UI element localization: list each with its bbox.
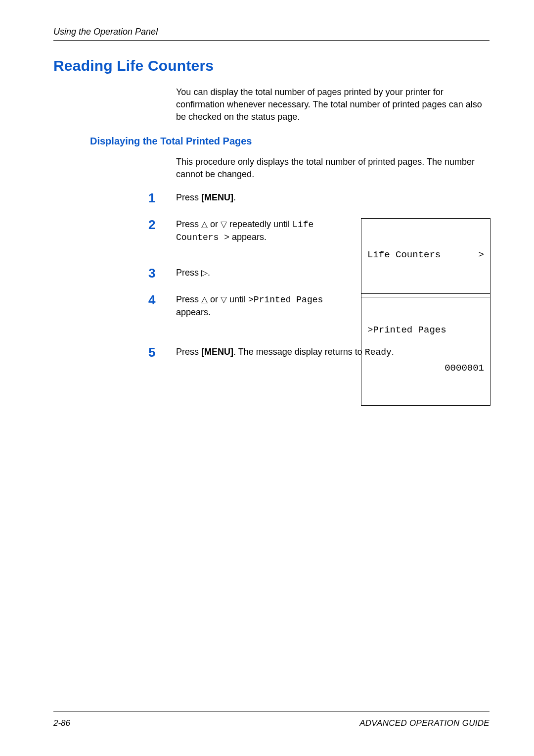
step-text: . xyxy=(208,268,210,278)
step-body: Press [MENU]. The message display return… xyxy=(176,346,490,359)
lcd-text-inline: Ready xyxy=(365,347,392,357)
lcd-line-1-left: Life Counters xyxy=(367,249,441,262)
step-body: Press [MENU]. xyxy=(176,191,490,204)
page-number: 2-86 xyxy=(53,718,70,728)
step-text: appears. xyxy=(176,307,211,317)
running-head: Using the Operation Panel xyxy=(53,27,490,37)
step-number: 2 xyxy=(148,218,176,231)
lcd-line-1-right: > xyxy=(479,249,484,262)
step-number: 5 xyxy=(148,346,176,359)
lcd-text-inline: >Printed Pages xyxy=(248,295,323,305)
step-1: 1 Press [MENU]. xyxy=(148,191,490,204)
down-arrow-icon: ▽ xyxy=(221,219,227,230)
step-text: . xyxy=(392,347,394,357)
step-text: repeatedly until xyxy=(227,219,292,229)
step-body: Press △ or ▽ repeatedly until Life Count… xyxy=(176,218,490,244)
step-text: or xyxy=(208,219,221,229)
section-subheading: Displaying the Total Printed Pages xyxy=(90,136,490,147)
sub-intro-paragraph: This procedure only displays the total n… xyxy=(176,156,490,181)
step-text: . The message display returns to xyxy=(233,347,365,357)
step-text: until xyxy=(227,294,248,304)
step-number: 3 xyxy=(148,267,176,280)
page-footer: 2-86 ADVANCED OPERATION GUIDE xyxy=(53,718,490,728)
lcd-line-2: 0000001 xyxy=(367,362,484,375)
lcd-line-1: >Printed Pages xyxy=(367,324,484,337)
page-container: Using the Operation Panel Reading Life C… xyxy=(0,0,534,756)
step-number: 1 xyxy=(148,191,176,204)
top-rule xyxy=(53,40,490,41)
right-arrow-icon: ▷ xyxy=(201,267,208,279)
step-number: 4 xyxy=(148,293,176,306)
step-text: Press xyxy=(176,219,201,229)
step-5: 5 Press [MENU]. The message display retu… xyxy=(148,346,490,359)
step-text: Press xyxy=(176,268,201,278)
lcd-display: Life Counters > xyxy=(361,218,490,297)
step-4: 4 Press △ or ▽ until >Printed Pages appe… xyxy=(148,293,490,332)
page-title: Reading Life Counters xyxy=(53,57,490,74)
step-text: Press xyxy=(176,347,201,357)
intro-paragraph: You can display the total number of page… xyxy=(176,86,490,123)
step-body: Press ▷. xyxy=(176,267,490,279)
up-arrow-icon: △ xyxy=(201,219,208,230)
menu-key-label: [MENU] xyxy=(201,192,233,202)
guide-label: ADVANCED OPERATION GUIDE xyxy=(359,718,490,728)
step-text: Press xyxy=(176,294,201,304)
step-text: . xyxy=(233,192,236,202)
menu-key-label: [MENU] xyxy=(201,347,233,357)
step-text: Press xyxy=(176,192,201,202)
step-2: 2 Press △ or ▽ repeatedly until Life Cou… xyxy=(148,218,490,253)
step-body: Press △ or ▽ until >Printed Pages appear… xyxy=(176,293,490,319)
bottom-rule xyxy=(53,711,490,711)
up-arrow-icon: △ xyxy=(201,294,208,305)
step-3: 3 Press ▷. xyxy=(148,267,490,280)
step-text: appears. xyxy=(229,232,267,242)
steps-list: 1 Press [MENU]. 2 Press △ or ▽ repeatedl… xyxy=(148,191,490,359)
step-text: or xyxy=(208,294,221,304)
down-arrow-icon: ▽ xyxy=(221,294,227,305)
